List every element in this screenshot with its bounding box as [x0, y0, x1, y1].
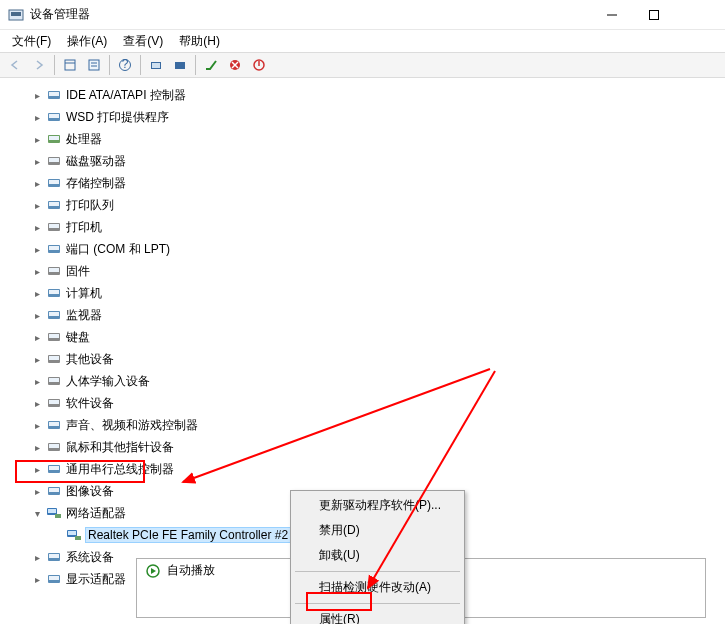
- tree-item[interactable]: ▸键盘: [0, 326, 725, 348]
- tree-item[interactable]: ▸存储控制器: [0, 172, 725, 194]
- device-icon: [46, 571, 62, 587]
- tree-item[interactable]: ▸计算机: [0, 282, 725, 304]
- svg-rect-65: [49, 576, 59, 580]
- device-icon: [46, 219, 62, 235]
- tree-item[interactable]: ▸固件: [0, 260, 725, 282]
- toolbar-separator: [195, 55, 196, 75]
- tree-item-label: Realtek PCIe FE Family Controller #2: [86, 528, 290, 542]
- tree-item[interactable]: ▸处理器: [0, 128, 725, 150]
- tree-item-label: 打印机: [66, 219, 102, 236]
- tree-item[interactable]: ▸磁盘驱动器: [0, 150, 725, 172]
- expander-icon[interactable]: ▸: [30, 418, 44, 432]
- tree-item[interactable]: ▸其他设备: [0, 348, 725, 370]
- expander-icon[interactable]: ▸: [30, 484, 44, 498]
- expander-icon[interactable]: ▸: [30, 220, 44, 234]
- show-hidden-button[interactable]: [59, 54, 81, 76]
- tree-item-label: IDE ATA/ATAPI 控制器: [66, 87, 186, 104]
- tree-item-label: 处理器: [66, 131, 102, 148]
- svg-rect-47: [49, 400, 59, 404]
- toolbar-separator: [54, 55, 55, 75]
- expander-icon[interactable]: ▸: [30, 132, 44, 146]
- window-title: 设备管理器: [30, 6, 591, 23]
- menu-view[interactable]: 查看(V): [115, 31, 171, 52]
- expander-icon[interactable]: ▾: [30, 506, 44, 520]
- minimize-button[interactable]: [591, 1, 633, 29]
- device-icon: [46, 175, 62, 191]
- expander-icon[interactable]: ▸: [30, 440, 44, 454]
- device-manager-icon: [8, 7, 24, 23]
- tree-item-label: 通用串行总线控制器: [66, 461, 174, 478]
- expander-icon[interactable]: ▸: [30, 88, 44, 102]
- autoplay-label: 自动播放: [167, 562, 215, 579]
- tree-item-label: 固件: [66, 263, 90, 280]
- expander-icon[interactable]: ▸: [30, 550, 44, 564]
- expander-icon[interactable]: ▸: [30, 176, 44, 190]
- forward-button[interactable]: [28, 54, 50, 76]
- svg-rect-13: [175, 62, 185, 69]
- device-icon: [46, 351, 62, 367]
- expander-icon[interactable]: ▸: [30, 264, 44, 278]
- tree-item[interactable]: ▸人体学输入设备: [0, 370, 725, 392]
- expander-icon[interactable]: ▸: [30, 308, 44, 322]
- ctx-disable[interactable]: 禁用(D): [293, 518, 462, 543]
- device-icon: [46, 505, 62, 521]
- ctx-update-driver[interactable]: 更新驱动程序软件(P)...: [293, 493, 462, 518]
- svg-rect-41: [49, 334, 59, 338]
- expander-icon[interactable]: ▸: [30, 330, 44, 344]
- menu-help[interactable]: 帮助(H): [171, 31, 228, 52]
- ctx-scan-hardware[interactable]: 扫描检测硬件改动(A): [293, 575, 462, 600]
- tree-item[interactable]: ▸软件设备: [0, 392, 725, 414]
- tree-item[interactable]: ▸打印队列: [0, 194, 725, 216]
- tree-item-label: 软件设备: [66, 395, 114, 412]
- expander-icon[interactable]: ▸: [30, 374, 44, 388]
- expander-icon[interactable]: ▸: [30, 110, 44, 124]
- tree-item[interactable]: ▸IDE ATA/ATAPI 控制器: [0, 84, 725, 106]
- help-toolbar-button[interactable]: ?: [114, 54, 136, 76]
- device-icon: [46, 395, 62, 411]
- svg-rect-23: [49, 136, 59, 140]
- tree-item-label: WSD 打印提供程序: [66, 109, 169, 126]
- device-icon: [46, 197, 62, 213]
- tree-item-label: 磁盘驱动器: [66, 153, 126, 170]
- expander-icon[interactable]: ▸: [30, 572, 44, 586]
- disable-toolbar-button[interactable]: [248, 54, 270, 76]
- expander-icon[interactable]: ▸: [30, 352, 44, 366]
- device-icon: [46, 109, 62, 125]
- expander-icon[interactable]: ▸: [30, 396, 44, 410]
- menu-file[interactable]: 文件(F): [4, 31, 59, 52]
- svg-rect-53: [49, 466, 59, 470]
- svg-rect-55: [49, 488, 59, 492]
- svg-rect-39: [49, 312, 59, 316]
- maximize-button[interactable]: [633, 1, 675, 29]
- ctx-properties[interactable]: 属性(R): [293, 607, 462, 624]
- tree-item-label: 系统设备: [66, 549, 114, 566]
- ctx-separator: [295, 571, 460, 572]
- properties-toolbar-button[interactable]: [83, 54, 105, 76]
- svg-rect-37: [49, 290, 59, 294]
- expander-icon[interactable]: ▸: [30, 198, 44, 212]
- tree-item[interactable]: ▸通用串行总线控制器: [0, 458, 725, 480]
- tree-item[interactable]: ▸WSD 打印提供程序: [0, 106, 725, 128]
- expander-icon[interactable]: ▸: [30, 462, 44, 476]
- update-button[interactable]: [145, 54, 167, 76]
- tree-item[interactable]: ▸监视器: [0, 304, 725, 326]
- back-button[interactable]: [4, 54, 26, 76]
- ctx-uninstall[interactable]: 卸载(U): [293, 543, 462, 568]
- device-icon: [46, 241, 62, 257]
- close-button[interactable]: [675, 1, 717, 29]
- device-icon: [46, 263, 62, 279]
- tree-item[interactable]: ▸打印机: [0, 216, 725, 238]
- scan-button[interactable]: [169, 54, 191, 76]
- expander-icon[interactable]: ▸: [30, 242, 44, 256]
- device-icon: [46, 329, 62, 345]
- tree-item-label: 其他设备: [66, 351, 114, 368]
- tree-item[interactable]: ▸声音、视频和游戏控制器: [0, 414, 725, 436]
- menu-action[interactable]: 操作(A): [59, 31, 115, 52]
- enable-button[interactable]: [200, 54, 222, 76]
- toolbar: ?: [0, 52, 725, 78]
- uninstall-toolbar-button[interactable]: [224, 54, 246, 76]
- expander-icon[interactable]: ▸: [30, 286, 44, 300]
- tree-item[interactable]: ▸鼠标和其他指针设备: [0, 436, 725, 458]
- tree-item[interactable]: ▸端口 (COM 和 LPT): [0, 238, 725, 260]
- expander-icon[interactable]: ▸: [30, 154, 44, 168]
